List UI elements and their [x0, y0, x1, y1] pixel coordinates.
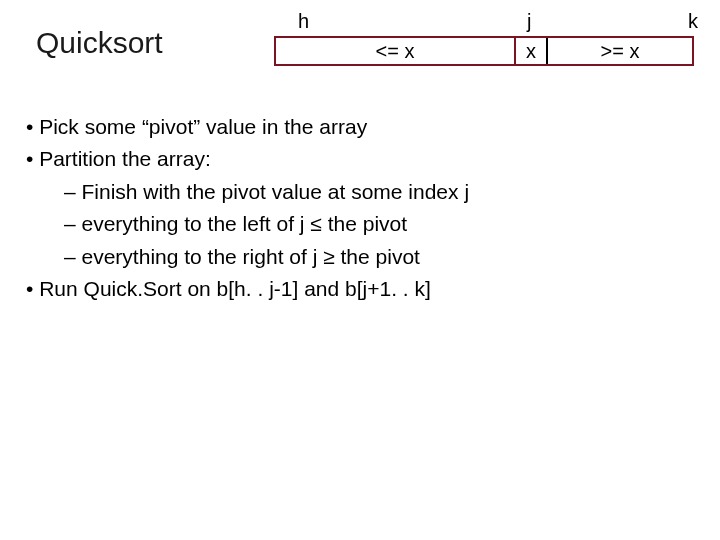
array-box: <= x x >= x: [274, 36, 694, 66]
sub-bullet-item: Finish with the pivot value at some inde…: [64, 177, 720, 207]
segment-right: >= x: [548, 38, 692, 64]
index-labels-row: h j k: [274, 10, 694, 36]
partition-diagram: h j k <= x x >= x: [274, 10, 694, 66]
index-label-h: h: [298, 10, 309, 33]
segment-left: <= x: [276, 38, 516, 64]
bullet-list: Pick some “pivot” value in the array Par…: [26, 112, 720, 305]
bullet-item: Partition the array:: [26, 144, 720, 174]
segment-pivot: x: [516, 38, 548, 64]
bullet-item: Run Quick.Sort on b[h. . j-1] and b[j+1.…: [26, 274, 720, 304]
index-label-k: k: [688, 10, 698, 33]
page-title: Quicksort: [36, 26, 163, 60]
sub-bullet-item: everything to the right of j ≥ the pivot: [64, 242, 720, 272]
index-label-j: j: [527, 10, 531, 33]
header-row: Quicksort h j k <= x x >= x: [0, 8, 720, 78]
bullet-item: Pick some “pivot” value in the array: [26, 112, 720, 142]
sub-bullet-item: everything to the left of j ≤ the pivot: [64, 209, 720, 239]
